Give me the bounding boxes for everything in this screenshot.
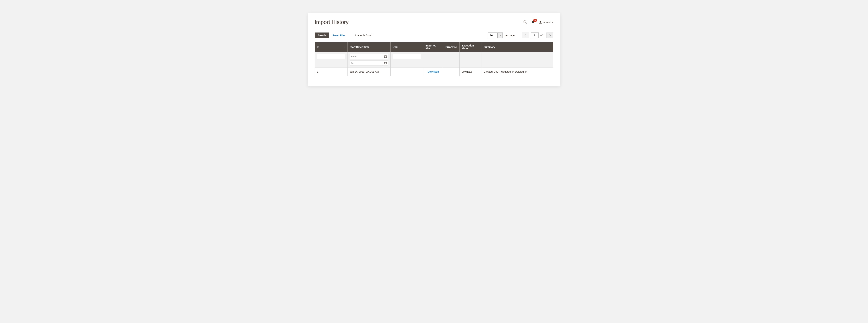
records-found: 1 records found (354, 34, 372, 37)
col-header-summary[interactable]: Summary (482, 42, 553, 52)
filter-date-from-input[interactable] (350, 54, 383, 59)
page-header: Import History 39 admin (315, 19, 553, 25)
per-page-input[interactable] (488, 33, 497, 38)
header-actions: 39 admin (523, 20, 553, 24)
toolbar-right: per page of 1 (488, 32, 553, 38)
search-icon[interactable] (523, 20, 527, 24)
svg-point-2 (533, 23, 533, 24)
cell-error (443, 68, 460, 76)
search-button[interactable]: Search (315, 32, 329, 38)
cell-exec: 00:01:12 (460, 68, 482, 76)
page-of-label: of 1 (540, 34, 545, 37)
chevron-down-icon (552, 22, 553, 23)
filter-user-input[interactable] (393, 54, 421, 59)
next-page-button[interactable] (547, 32, 553, 38)
svg-marker-4 (499, 35, 501, 36)
page-input[interactable] (531, 32, 539, 38)
col-header-user[interactable]: User (391, 42, 423, 52)
filter-id-input[interactable] (317, 54, 345, 59)
cell-id: 1 (315, 68, 347, 76)
table-header-row: ID ↑ Start Date&Time User Imported File … (315, 42, 553, 52)
col-header-id[interactable]: ID ↑ (315, 42, 347, 52)
download-link[interactable]: Download (428, 70, 439, 73)
svg-rect-5 (384, 56, 386, 58)
svg-point-0 (524, 21, 526, 23)
notifications-button[interactable]: 39 (531, 20, 535, 24)
user-menu[interactable]: admin (539, 21, 553, 24)
svg-rect-15 (384, 62, 386, 64)
col-header-exec[interactable]: Execution Time (460, 42, 482, 52)
col-header-error[interactable]: Error File (443, 42, 460, 52)
table-row: 1 Jan 14, 2019, 9:41:01 AM Download 00:0… (315, 68, 553, 76)
filter-date-to-input[interactable] (350, 60, 383, 66)
toolbar: Search Reset Filter 1 records found per … (315, 32, 553, 38)
notification-badge: 39 (533, 19, 537, 22)
col-header-id-label: ID (317, 45, 319, 49)
calendar-icon[interactable] (383, 60, 388, 66)
col-header-start[interactable]: Start Date&Time (347, 42, 391, 52)
per-page-label: per page (504, 34, 515, 37)
per-page-dropdown-button[interactable] (497, 33, 502, 38)
sort-asc-icon: ↑ (344, 46, 346, 49)
calendar-icon[interactable] (383, 54, 388, 59)
user-name: admin (544, 21, 551, 24)
col-header-imported[interactable]: Imported File (423, 42, 443, 52)
user-icon (539, 21, 542, 24)
page-title: Import History (315, 19, 349, 25)
svg-line-1 (526, 23, 527, 24)
reset-filter-link[interactable]: Reset Filter (333, 34, 345, 37)
cell-start: Jan 14, 2019, 9:41:01 AM (347, 68, 391, 76)
svg-point-3 (540, 21, 541, 22)
cell-summary: Created: 1994, Updated: 0, Deleted: 0 (482, 68, 553, 76)
per-page-select[interactable] (488, 32, 503, 38)
prev-page-button[interactable] (522, 32, 529, 38)
filter-row (315, 52, 553, 68)
toolbar-left: Search Reset Filter 1 records found (315, 32, 372, 38)
page-card: Import History 39 admin Search R (308, 13, 560, 86)
per-page-control: per page (488, 32, 520, 38)
cell-user (391, 68, 423, 76)
import-history-table: ID ↑ Start Date&Time User Imported File … (315, 42, 553, 76)
